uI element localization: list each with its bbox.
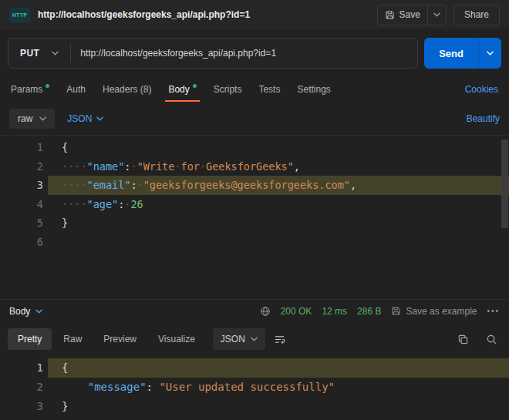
chevron-down-icon xyxy=(96,116,103,121)
response-section-label: Body xyxy=(9,306,30,317)
request-body-editor-wrap: 1{2····"name":·"Write·for·GeeksforGeeks"… xyxy=(0,136,509,299)
code-token: ···· xyxy=(62,198,87,210)
code-line: 1{ xyxy=(0,138,509,157)
tab-scripts[interactable]: Scripts xyxy=(205,77,251,102)
tab-tests[interactable]: Tests xyxy=(250,77,288,102)
language-label: JSON xyxy=(221,334,245,344)
code-text[interactable]: } xyxy=(48,213,509,233)
response-tab-preview[interactable]: Preview xyxy=(93,328,147,350)
code-text[interactable]: { xyxy=(48,358,509,378)
code-token: · xyxy=(174,160,180,173)
code-text[interactable]: ····"email":·"geeksforgeeks@geeksforgeek… xyxy=(48,176,509,195)
save-button[interactable]: Save xyxy=(378,5,427,25)
code-token: "geeksforgeeks@geeksforgeeks.com" xyxy=(143,179,350,191)
code-text[interactable]: { xyxy=(48,138,509,157)
code-line: 4····"age":·26 xyxy=(0,195,509,214)
save-options-button[interactable] xyxy=(428,5,446,25)
code-token: "Write xyxy=(137,160,175,173)
response-toolbar: Pretty Raw Preview Visualize JSON xyxy=(0,322,509,356)
code-token: "message" xyxy=(88,381,147,393)
code-token: · xyxy=(200,160,206,173)
code-text[interactable]: ····"name":·"Write·for·GeeksforGeeks", xyxy=(48,157,509,176)
response-tab-visualize[interactable]: Visualize xyxy=(148,328,205,350)
response-body-editor[interactable]: 1{2 "message": "User updated successfull… xyxy=(0,356,509,416)
line-number: 1 xyxy=(0,138,48,157)
code-token: "User updated successfully" xyxy=(159,381,335,393)
code-token: "age" xyxy=(87,198,119,210)
request-title: http://localhost/geeksforgeeks_api/api.p… xyxy=(38,9,369,20)
method-label: PUT xyxy=(20,48,39,59)
search-icon xyxy=(486,334,497,345)
response-body-editor-wrap: 1{2 "message": "User updated successfull… xyxy=(0,356,509,420)
format-label: raw xyxy=(18,113,32,124)
code-line: 2····"name":·"Write·for·GeeksforGeeks", xyxy=(0,157,509,176)
code-text[interactable]: "message": "User updated successfully" xyxy=(48,378,509,397)
save-icon xyxy=(385,10,395,20)
code-token xyxy=(62,381,88,393)
request-url-row: PUT Send xyxy=(0,29,509,77)
method-dropdown[interactable]: PUT xyxy=(8,39,70,68)
save-button-group: Save xyxy=(377,5,447,25)
url-input[interactable] xyxy=(71,48,417,59)
code-line: 3····"email":·"geeksforgeeks@geeksforgee… xyxy=(0,176,509,195)
share-label: Share xyxy=(464,9,489,20)
code-line: 2 "message": "User updated successfully" xyxy=(0,378,509,397)
code-token: { xyxy=(62,361,68,374)
body-format-dropdown[interactable]: raw xyxy=(9,109,55,129)
send-button-group: Send xyxy=(424,38,501,69)
code-token: GeeksforGeeks" xyxy=(206,160,294,173)
response-size: 286 B xyxy=(357,306,381,317)
share-button[interactable]: Share xyxy=(453,5,500,25)
code-token: , xyxy=(294,160,300,173)
request-tabs: Params Auth Headers (8) Body Scripts Tes… xyxy=(0,77,509,102)
code-text[interactable]: ····"age":·26 xyxy=(48,195,509,214)
tab-settings[interactable]: Settings xyxy=(288,77,339,102)
code-token: ···· xyxy=(62,160,87,173)
send-button[interactable]: Send xyxy=(424,38,478,69)
code-token: ···· xyxy=(62,179,87,191)
wrap-lines-button[interactable] xyxy=(270,331,289,348)
response-language-dropdown[interactable]: JSON xyxy=(213,328,265,350)
chevron-down-icon xyxy=(52,51,59,55)
code-token: 26 xyxy=(130,198,143,210)
tab-headers[interactable]: Headers (8) xyxy=(94,77,160,102)
copy-button[interactable] xyxy=(453,330,473,349)
code-text[interactable] xyxy=(48,233,509,252)
editor-scrollbar[interactable] xyxy=(501,139,508,228)
chevron-down-icon xyxy=(39,116,46,121)
response-tab-pretty[interactable]: Pretty xyxy=(8,328,52,350)
tab-body[interactable]: Body xyxy=(160,77,204,102)
tab-label: Tests xyxy=(258,84,280,95)
save-as-example-button[interactable]: Save as example xyxy=(391,306,477,317)
more-options-button[interactable]: ••• xyxy=(487,307,500,315)
tab-auth[interactable]: Auth xyxy=(58,77,94,102)
tab-label: Auth xyxy=(66,84,86,95)
language-label: JSON xyxy=(67,113,92,124)
postman-window: { "topbar": { "badge": "HTTP", "title": … xyxy=(0,0,509,420)
response-tab-raw[interactable]: Raw xyxy=(53,328,92,350)
code-token: { xyxy=(62,141,68,153)
code-text[interactable]: } xyxy=(48,397,509,416)
code-token: for xyxy=(181,160,200,173)
chevron-down-icon xyxy=(487,51,494,55)
search-button[interactable] xyxy=(482,330,501,349)
line-number: 3 xyxy=(0,176,48,195)
body-language-dropdown[interactable]: JSON xyxy=(67,113,103,124)
code-line: 1{ xyxy=(0,358,509,378)
tab-params[interactable]: Params xyxy=(11,77,58,102)
tab-label: Scripts xyxy=(214,84,242,95)
response-header: Body 200 OK 12 ms 286 B Save as example … xyxy=(0,299,509,322)
tab-label: Params xyxy=(11,84,42,95)
beautify-link[interactable]: Beautify xyxy=(467,113,500,124)
topbar-actions: Save Share xyxy=(377,5,500,25)
send-options-button[interactable] xyxy=(478,38,501,69)
cookies-link[interactable]: Cookies xyxy=(465,84,498,95)
request-body-editor[interactable]: 1{2····"name":·"Write·for·GeeksforGeeks"… xyxy=(0,136,509,251)
line-number: 6 xyxy=(0,233,48,252)
url-container: PUT xyxy=(8,38,418,69)
copy-icon xyxy=(457,334,469,345)
code-token: : xyxy=(147,381,160,393)
line-number: 4 xyxy=(0,195,48,214)
response-body-dropdown[interactable]: Body xyxy=(9,306,42,317)
status-badge: 200 OK xyxy=(281,306,312,317)
